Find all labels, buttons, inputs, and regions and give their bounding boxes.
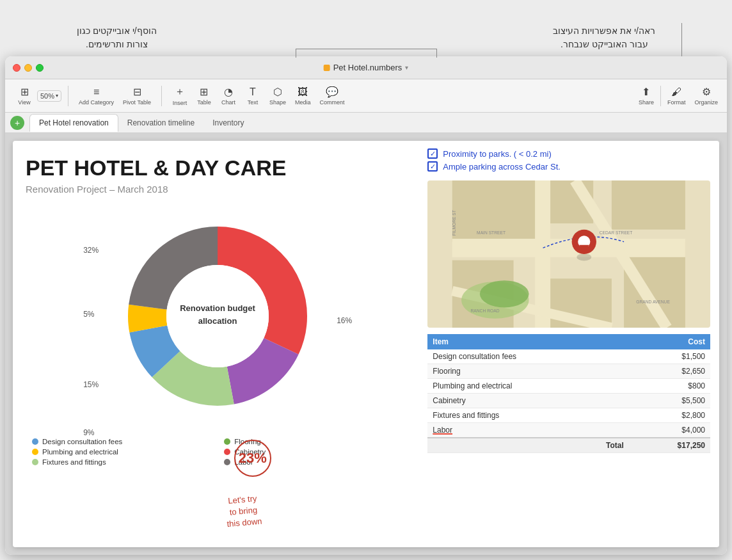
label-5: 5%: [83, 310, 94, 319]
table-row: Flooring $2,650: [427, 364, 710, 379]
format-icon: 🖌: [671, 86, 681, 98]
table-cell-cost-1: $2,650: [629, 364, 710, 379]
insert-button[interactable]: ＋ Insert: [168, 83, 191, 109]
table-cell-item-3: Cabinetry: [427, 394, 628, 408]
comment-icon: 💬: [326, 86, 338, 98]
table-row: Design consultation fees $1,500: [427, 349, 710, 364]
tab-renovation-timeline[interactable]: Renovation timeline: [118, 114, 203, 132]
view-label: View: [18, 99, 30, 106]
toolbar-separator-3: [660, 86, 661, 106]
table-button[interactable]: ⊞ Table: [193, 83, 216, 108]
handwritten-notes: ✓ Proximity to parks. ( < 0.2 mi) ✓ Ampl…: [427, 148, 710, 172]
svg-text:CEDAR STREET: CEDAR STREET: [600, 230, 633, 235]
annotation-line-right-vert: [436, 49, 437, 58]
table-cell-cost-0: $1,500: [629, 349, 710, 364]
organize-button[interactable]: ⚙ Organize: [690, 83, 722, 108]
close-button[interactable]: [13, 64, 20, 72]
pivot-table-button[interactable]: ⊟ Pivot Table: [119, 83, 155, 108]
format-button[interactable]: 🖌 Format: [664, 84, 690, 108]
insert-icon: ＋: [175, 85, 185, 99]
presentation-title: PET HOTEL & DAY CARE: [26, 156, 410, 180]
left-panel: PET HOTEL & DAY CARE Renovation Project …: [13, 141, 422, 547]
shape-button[interactable]: ⬡ Shape: [266, 83, 290, 108]
zoom-button[interactable]: 50% ▾: [37, 90, 61, 102]
handwritten-callout: Let's try to bring this down: [225, 493, 262, 531]
table-cell-item-0: Design consultation fees: [427, 349, 628, 364]
window: Pet Hotel.numbers ▾ ⊞ View 50% ▾ ≡ Add C…: [5, 56, 727, 555]
tab-label-0: Pet Hotel renovation: [39, 118, 109, 127]
minimize-button[interactable]: [24, 64, 32, 72]
shape-icon: ⬡: [273, 86, 282, 98]
chart-right-label: 16%: [337, 316, 352, 325]
table-row: Plumbing and electrical $800: [427, 379, 710, 394]
text-button[interactable]: T Text: [241, 84, 264, 108]
legend-color-0: [32, 438, 38, 445]
tab-inventory[interactable]: Inventory: [203, 114, 253, 132]
share-button[interactable]: ⬆ Share: [635, 83, 658, 108]
table-cell-item-2: Plumbing and electrical: [427, 379, 628, 394]
shape-label: Shape: [269, 99, 286, 106]
add-category-button[interactable]: ≡ Add Category: [75, 84, 118, 108]
table-total-row: Total $17,250: [427, 438, 710, 453]
presentation-subtitle: Renovation Project – March 2018: [26, 184, 410, 195]
comment-button[interactable]: 💬 Comment: [316, 83, 349, 108]
table-header-cost: Cost: [629, 334, 710, 349]
file-icon: [324, 65, 330, 71]
table-header-item: Item: [427, 334, 628, 349]
pivot-table-label: Pivot Table: [123, 99, 151, 106]
share-label: Share: [639, 99, 654, 106]
legend-label-4: Fixtures and fittings: [42, 458, 106, 466]
table-row: Cabinetry $5,500: [427, 394, 710, 408]
zoom-value: 50%: [40, 92, 54, 100]
chart-legend: Design consultation fees Flooring Plumbi…: [26, 438, 410, 466]
toolbar-right-group: ⬆ Share 🖌 Format ⚙ Organize: [635, 83, 722, 108]
zoom-chevron: ▾: [56, 93, 58, 99]
right-panel: ✓ Proximity to parks. ( < 0.2 mi) ✓ Ampl…: [422, 141, 719, 547]
tab-label-1: Renovation timeline: [127, 118, 195, 127]
maximize-button[interactable]: [36, 64, 44, 72]
table-row: Fixtures and fittings $2,800: [427, 408, 710, 423]
donut-chart-area: 32% 5% 15% 9% 16%: [83, 207, 352, 428]
table-total-label: Total: [427, 438, 628, 453]
main-content: PET HOTEL & DAY CARE Renovation Project …: [5, 133, 727, 555]
chart-button[interactable]: ◔ Chart: [217, 83, 240, 108]
donut-chart[interactable]: Renovation budget allocation: [109, 207, 326, 428]
table-cell-cost-5: $4,000: [629, 423, 710, 438]
media-label: Media: [295, 99, 311, 106]
toolbar-table-group: ≡ Add Category ⊟ Pivot Table: [72, 83, 157, 108]
window-title-area: Pet Hotel.numbers ▾: [324, 63, 409, 72]
callout-23-badge: 23%: [234, 440, 271, 477]
annotation-area: ראה/י את אפשרויות העיצוב עבור האובייקט ש…: [0, 0, 732, 56]
add-sheet-button[interactable]: +: [10, 116, 24, 130]
hw-note-2: ✓ Ample parking across Cedar St.: [427, 161, 710, 172]
hw-check-2: ✓: [430, 163, 436, 171]
table-cell-cost-2: $800: [629, 379, 710, 394]
view-button[interactable]: ⊞ View: [13, 83, 36, 108]
canvas[interactable]: PET HOTEL & DAY CARE Renovation Project …: [13, 141, 719, 547]
hw-note-1: ✓ Proximity to parks. ( < 0.2 mi): [427, 148, 710, 159]
svg-text:Renovation budget: Renovation budget: [180, 303, 255, 313]
traffic-lights: [13, 64, 44, 72]
svg-text:GRAND AVENUE: GRAND AVENUE: [637, 300, 671, 304]
table-total-value: $17,250: [629, 438, 710, 453]
hw-checkbox-1[interactable]: ✓: [427, 148, 438, 159]
donut-svg: Renovation budget allocation: [109, 207, 326, 425]
svg-rect-17: [452, 239, 685, 257]
map-svg: FILMORE ST MAIN STREET CEDAR STREET GRAN…: [427, 180, 710, 328]
label-9: 9%: [83, 428, 94, 437]
share-icon: ⬆: [642, 86, 650, 98]
chart-icon: ◔: [224, 86, 233, 98]
tab-pet-hotel-renovation[interactable]: Pet Hotel renovation: [29, 114, 118, 132]
table-cell-item-1: Flooring: [427, 364, 628, 379]
annotation-left: הוסף/י אובייקטים כגון צורות ותרשימים.: [77, 24, 157, 51]
comment-label: Comment: [320, 99, 345, 106]
window-title: Pet Hotel.numbers: [333, 63, 402, 72]
view-icon: ⊞: [20, 86, 29, 98]
media-button[interactable]: 🖼 Media: [291, 84, 315, 108]
table-cell-cost-4: $2,800: [629, 408, 710, 423]
legend-label-0: Design consultation fees: [42, 438, 122, 445]
annotation-line-left-vert: [296, 49, 296, 58]
hw-check-1: ✓: [430, 150, 436, 158]
svg-text:RANCH ROAD: RANCH ROAD: [471, 308, 500, 313]
hw-checkbox-2[interactable]: ✓: [427, 161, 438, 172]
